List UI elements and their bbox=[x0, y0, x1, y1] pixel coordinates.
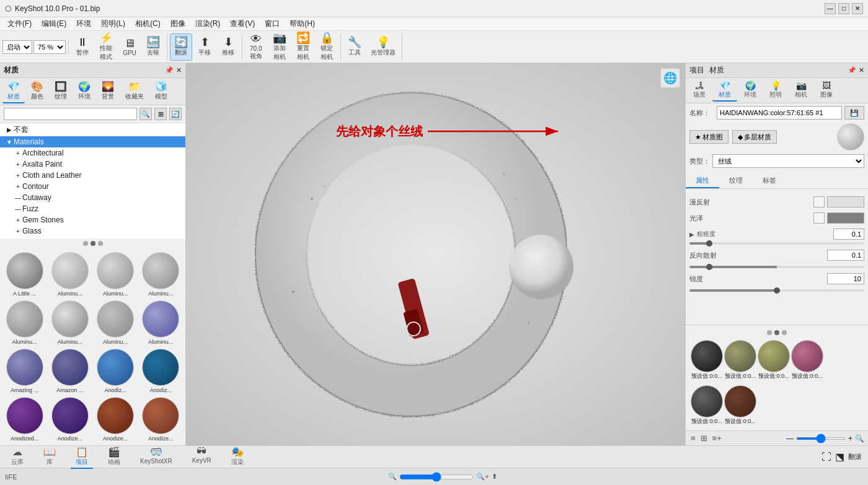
rp-tab-camera[interactable]: 📷 相机 bbox=[789, 79, 813, 102]
sharpness-input[interactable] bbox=[827, 273, 864, 284]
bottom-tab-keyvr[interactable]: 🕶 KeyVR bbox=[187, 445, 216, 469]
tab-favorites[interactable]: 📁 收藏夹 bbox=[120, 79, 149, 103]
grid-item-2[interactable]: Aluminu... bbox=[94, 251, 138, 298]
pause-button[interactable]: ⏸ 暂停 bbox=[71, 33, 94, 61]
world-icon-btn[interactable]: 🌐 bbox=[660, 68, 680, 88]
menu-lighting[interactable]: 照明(L) bbox=[96, 17, 130, 30]
tree-item-cutaway[interactable]: — Cutaway bbox=[0, 192, 185, 203]
refresh-btn[interactable]: 🔄 bbox=[169, 108, 182, 120]
reset-camera-button[interactable]: 🔁 重置相机 bbox=[292, 33, 314, 61]
performance-button[interactable]: ⚡ 性能模式 bbox=[95, 33, 117, 61]
minimize-button[interactable]: — bbox=[825, 3, 836, 14]
flip-icon[interactable]: ⬔ bbox=[835, 451, 844, 463]
menu-edit[interactable]: 编辑(E) bbox=[37, 17, 71, 30]
fov-button[interactable]: 👁 70.0视角 bbox=[245, 33, 267, 61]
grid-item-10[interactable]: Anodiz... bbox=[94, 347, 138, 395]
sub-tab-texture[interactable]: 纹理 bbox=[719, 174, 753, 188]
tab-env[interactable]: 🌍 环境 bbox=[73, 79, 95, 103]
tree-item-gemstones[interactable]: + Gem Stones bbox=[0, 214, 185, 225]
tree-item-cloth[interactable]: + Cloth and Leather bbox=[0, 170, 185, 181]
tree-item-glass[interactable]: + Glass bbox=[0, 225, 185, 237]
bottom-tab-keyshotxr[interactable]: 🥽 KeyShotXR bbox=[135, 445, 177, 469]
zoom-plus-icon[interactable]: + bbox=[848, 434, 852, 443]
preset-item-5[interactable]: 预设值:0:0... bbox=[724, 385, 756, 426]
rp-tab-image[interactable]: 🖼 图像 bbox=[814, 79, 839, 102]
tree-item-architectural[interactable]: + Architectural bbox=[0, 147, 185, 159]
tab-material[interactable]: 💎 材质 bbox=[2, 79, 25, 103]
rp-zoom-slider[interactable] bbox=[796, 437, 846, 440]
detail-view-icon[interactable]: ≡+ bbox=[711, 432, 723, 444]
preset-item-1[interactable]: 预设值:0:0... bbox=[724, 340, 756, 380]
tree-item-axalta[interactable]: + Axalta Paint bbox=[0, 159, 185, 170]
bottom-tab-animation[interactable]: 🎬 动画 bbox=[103, 445, 125, 469]
maximize-button[interactable]: □ bbox=[838, 3, 849, 14]
tumble-button[interactable]: 🔄 翻滚 bbox=[170, 33, 192, 61]
gloss-swatch[interactable] bbox=[813, 212, 825, 224]
menu-camera[interactable]: 相机(C) bbox=[130, 17, 166, 30]
grid-item-15[interactable]: Anodize... bbox=[139, 396, 183, 443]
back-reflection-slider[interactable] bbox=[689, 266, 864, 268]
type-select[interactable]: 丝绒 bbox=[712, 154, 864, 168]
grid-item-11[interactable]: Anodiz... bbox=[139, 347, 183, 395]
grid-item-13[interactable]: Anodize... bbox=[48, 396, 92, 443]
grid-item-0[interactable]: A Little ... bbox=[2, 251, 46, 298]
save-material-btn[interactable]: 💾 bbox=[844, 106, 864, 120]
tree-item-root[interactable]: ▶ 不套 bbox=[0, 123, 185, 136]
preset-item-2[interactable]: 预设值:0:0... bbox=[758, 340, 790, 380]
zoom-minus-icon[interactable]: — bbox=[786, 434, 794, 443]
left-panel-close-icon[interactable]: ✕ bbox=[176, 66, 182, 74]
bottom-tab-project[interactable]: 📋 项目 bbox=[71, 445, 93, 469]
tree-item-materials[interactable]: ▼ Materials bbox=[0, 136, 185, 147]
rp-tab-material[interactable]: 💎 材质 bbox=[712, 79, 737, 102]
sharpness-slider[interactable] bbox=[689, 289, 864, 292]
menu-file[interactable]: 文件(F) bbox=[2, 17, 37, 30]
tools-button[interactable]: 🔧 工具 bbox=[343, 33, 366, 61]
grid-item-5[interactable]: Aluminu... bbox=[48, 299, 92, 346]
search-icon-btn[interactable]: 🔍 bbox=[140, 108, 152, 120]
menu-env[interactable]: 环境 bbox=[71, 17, 96, 30]
zoom-search-icon[interactable]: 🔍 bbox=[388, 473, 397, 481]
sub-tab-labels[interactable]: 标签 bbox=[753, 174, 786, 188]
light-manager-button[interactable]: 💡 光管理器 bbox=[367, 33, 399, 61]
right-panel-pin-icon[interactable]: 📌 bbox=[848, 66, 856, 74]
grid-view-icon[interactable]: ⊞ bbox=[699, 432, 709, 444]
back-reflection-input[interactable] bbox=[827, 250, 864, 261]
rp-tab-lighting[interactable]: 💡 照明 bbox=[763, 79, 788, 102]
rp-tab-scene[interactable]: 🏞 场景 bbox=[687, 79, 712, 102]
status-zoom-slider[interactable] bbox=[399, 472, 474, 482]
right-panel-close-icon[interactable]: ✕ bbox=[859, 66, 864, 74]
roughness-expand[interactable]: ▶ 粗糙度 bbox=[689, 229, 864, 240]
left-panel-pin-icon[interactable]: 📌 bbox=[165, 66, 174, 74]
preset-item-0[interactable]: 预设值:0:0... bbox=[691, 340, 723, 380]
search-input[interactable] bbox=[4, 108, 137, 120]
grid-item-1[interactable]: Aluminu... bbox=[48, 251, 92, 298]
menu-render[interactable]: 渲染(R) bbox=[190, 17, 226, 30]
grid-item-6[interactable]: Aluminu... bbox=[94, 299, 138, 346]
menu-image[interactable]: 图像 bbox=[166, 17, 190, 30]
menu-window[interactable]: 窗口 bbox=[260, 17, 285, 30]
lock-camera-button[interactable]: 🔒 锁定相机 bbox=[316, 33, 338, 61]
roughness-slider[interactable] bbox=[689, 242, 864, 245]
grid-item-7[interactable]: Aluminu... bbox=[139, 299, 183, 346]
grid-item-12[interactable]: Anodized... bbox=[2, 396, 46, 443]
preset-item-3[interactable]: 预设值:0:0... bbox=[791, 340, 823, 380]
preset-item-4[interactable]: 预设值:0:0... bbox=[691, 385, 723, 426]
grid-item-4[interactable]: Aluminu... bbox=[2, 299, 46, 346]
pan-button[interactable]: ⬆ 平移 bbox=[193, 33, 216, 61]
gpu-button[interactable]: 🖥 GPU bbox=[118, 33, 141, 61]
sub-tab-props[interactable]: 属性 bbox=[686, 174, 719, 188]
menu-view[interactable]: 查看(V) bbox=[225, 17, 260, 30]
close-button[interactable]: ✕ bbox=[852, 3, 863, 14]
rp-tab-env[interactable]: 🌍 环境 bbox=[738, 79, 763, 102]
material-name-input[interactable] bbox=[717, 106, 842, 120]
bottom-tab-cloud[interactable]: ☁ 云库 bbox=[6, 445, 29, 469]
roughness-input[interactable] bbox=[833, 229, 864, 240]
list-view-icon[interactable]: ≡ bbox=[689, 432, 697, 444]
zoom-in-icon[interactable]: 🔍+ bbox=[476, 473, 489, 481]
upload-icon[interactable]: ⬆ bbox=[492, 473, 497, 481]
add-camera-button[interactable]: 📷 添加相机 bbox=[268, 33, 291, 61]
bottom-tab-library[interactable]: 📖 库 bbox=[38, 445, 61, 469]
tree-item-fuzz[interactable]: — Fuzz bbox=[0, 203, 185, 214]
tab-model[interactable]: 🧊 模型 bbox=[150, 79, 172, 103]
denoise-button[interactable]: 🔙 去噪 bbox=[142, 33, 164, 61]
